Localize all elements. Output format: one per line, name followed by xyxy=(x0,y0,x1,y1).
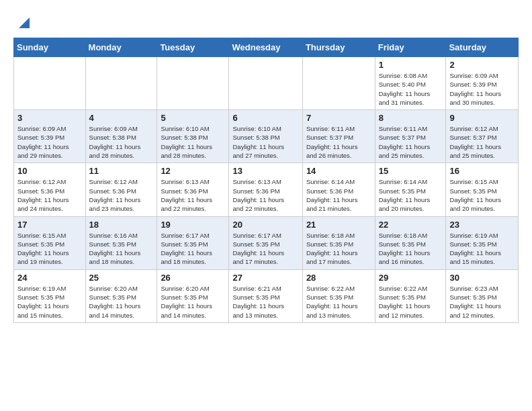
day-number: 19 xyxy=(161,220,225,230)
day-info: Sunrise: 6:12 AM Sunset: 5:36 PM Dayligh… xyxy=(17,177,82,213)
calendar-cell: 9Sunrise: 6:12 AM Sunset: 5:37 PM Daylig… xyxy=(446,110,519,163)
calendar-day-header: Wednesday xyxy=(229,38,302,57)
calendar-cell: 11Sunrise: 6:12 AM Sunset: 5:36 PM Dayli… xyxy=(85,163,157,216)
day-info: Sunrise: 6:10 AM Sunset: 5:38 PM Dayligh… xyxy=(232,124,298,160)
calendar-cell: 27Sunrise: 6:21 AM Sunset: 5:35 PM Dayli… xyxy=(229,269,302,322)
calendar-day-header: Saturday xyxy=(446,38,519,57)
day-info: Sunrise: 6:22 AM Sunset: 5:35 PM Dayligh… xyxy=(379,284,443,320)
calendar-cell xyxy=(85,57,157,110)
day-number: 8 xyxy=(379,113,443,123)
header xyxy=(13,13,519,31)
calendar-table: SundayMondayTuesdayWednesdayThursdayFrid… xyxy=(13,38,519,323)
day-number: 28 xyxy=(306,273,371,283)
svg-marker-0 xyxy=(19,17,30,28)
calendar-cell: 20Sunrise: 6:17 AM Sunset: 5:35 PM Dayli… xyxy=(229,216,302,269)
calendar-week-row: 1Sunrise: 6:08 AM Sunset: 5:40 PM Daylig… xyxy=(14,57,519,110)
day-info: Sunrise: 6:19 AM Sunset: 5:35 PM Dayligh… xyxy=(449,231,515,267)
day-info: Sunrise: 6:18 AM Sunset: 5:35 PM Dayligh… xyxy=(306,231,371,267)
day-info: Sunrise: 6:09 AM Sunset: 5:39 PM Dayligh… xyxy=(449,71,515,107)
day-info: Sunrise: 6:22 AM Sunset: 5:35 PM Dayligh… xyxy=(306,284,371,320)
day-info: Sunrise: 6:11 AM Sunset: 5:37 PM Dayligh… xyxy=(379,124,443,160)
calendar-day-header: Friday xyxy=(375,38,446,57)
page: SundayMondayTuesdayWednesdayThursdayFrid… xyxy=(0,0,532,330)
day-number: 7 xyxy=(306,113,371,123)
day-info: Sunrise: 6:12 AM Sunset: 5:37 PM Dayligh… xyxy=(449,124,515,160)
calendar-cell: 1Sunrise: 6:08 AM Sunset: 5:40 PM Daylig… xyxy=(375,57,446,110)
calendar-cell: 17Sunrise: 6:15 AM Sunset: 5:35 PM Dayli… xyxy=(14,216,86,269)
day-number: 4 xyxy=(89,113,154,123)
day-info: Sunrise: 6:21 AM Sunset: 5:35 PM Dayligh… xyxy=(232,284,298,320)
day-info: Sunrise: 6:09 AM Sunset: 5:38 PM Dayligh… xyxy=(89,124,154,160)
day-number: 15 xyxy=(379,166,443,176)
day-number: 24 xyxy=(17,273,82,283)
day-info: Sunrise: 6:14 AM Sunset: 5:35 PM Dayligh… xyxy=(379,177,443,213)
day-number: 17 xyxy=(17,220,82,230)
day-number: 26 xyxy=(161,273,225,283)
calendar-cell: 26Sunrise: 6:20 AM Sunset: 5:35 PM Dayli… xyxy=(157,269,229,322)
day-info: Sunrise: 6:10 AM Sunset: 5:38 PM Dayligh… xyxy=(161,124,225,160)
calendar-day-header: Thursday xyxy=(302,38,375,57)
calendar-cell: 4Sunrise: 6:09 AM Sunset: 5:38 PM Daylig… xyxy=(85,110,157,163)
day-number: 21 xyxy=(306,220,371,230)
calendar-cell: 12Sunrise: 6:13 AM Sunset: 5:36 PM Dayli… xyxy=(157,163,229,216)
day-number: 18 xyxy=(89,220,154,230)
day-number: 20 xyxy=(232,220,298,230)
day-info: Sunrise: 6:19 AM Sunset: 5:35 PM Dayligh… xyxy=(17,284,82,320)
day-number: 25 xyxy=(89,273,154,283)
day-number: 1 xyxy=(379,60,443,70)
day-info: Sunrise: 6:20 AM Sunset: 5:35 PM Dayligh… xyxy=(89,284,154,320)
day-info: Sunrise: 6:17 AM Sunset: 5:35 PM Dayligh… xyxy=(161,231,225,267)
calendar-cell: 30Sunrise: 6:23 AM Sunset: 5:35 PM Dayli… xyxy=(446,269,519,322)
day-number: 11 xyxy=(89,166,154,176)
calendar-cell: 21Sunrise: 6:18 AM Sunset: 5:35 PM Dayli… xyxy=(302,216,375,269)
calendar-week-row: 3Sunrise: 6:09 AM Sunset: 5:39 PM Daylig… xyxy=(14,110,519,163)
calendar-week-row: 17Sunrise: 6:15 AM Sunset: 5:35 PM Dayli… xyxy=(14,216,519,269)
day-info: Sunrise: 6:17 AM Sunset: 5:35 PM Dayligh… xyxy=(232,231,298,267)
calendar-week-row: 24Sunrise: 6:19 AM Sunset: 5:35 PM Dayli… xyxy=(14,269,519,322)
calendar-cell xyxy=(229,57,302,110)
calendar-cell: 6Sunrise: 6:10 AM Sunset: 5:38 PM Daylig… xyxy=(229,110,302,163)
logo-icon xyxy=(15,13,34,32)
calendar-cell: 23Sunrise: 6:19 AM Sunset: 5:35 PM Dayli… xyxy=(446,216,519,269)
calendar-cell xyxy=(302,57,375,110)
day-info: Sunrise: 6:15 AM Sunset: 5:35 PM Dayligh… xyxy=(449,177,515,213)
calendar-cell: 22Sunrise: 6:18 AM Sunset: 5:35 PM Dayli… xyxy=(375,216,446,269)
calendar-cell: 28Sunrise: 6:22 AM Sunset: 5:35 PM Dayli… xyxy=(302,269,375,322)
day-info: Sunrise: 6:13 AM Sunset: 5:36 PM Dayligh… xyxy=(161,177,225,213)
calendar-cell: 10Sunrise: 6:12 AM Sunset: 5:36 PM Dayli… xyxy=(14,163,86,216)
calendar-cell: 19Sunrise: 6:17 AM Sunset: 5:35 PM Dayli… xyxy=(157,216,229,269)
day-info: Sunrise: 6:14 AM Sunset: 5:36 PM Dayligh… xyxy=(306,177,371,213)
day-number: 3 xyxy=(17,113,82,123)
day-info: Sunrise: 6:08 AM Sunset: 5:40 PM Dayligh… xyxy=(379,71,443,107)
day-info: Sunrise: 6:20 AM Sunset: 5:35 PM Dayligh… xyxy=(161,284,225,320)
day-number: 29 xyxy=(379,273,443,283)
day-number: 9 xyxy=(449,113,515,123)
day-number: 30 xyxy=(449,273,515,283)
day-number: 23 xyxy=(449,220,515,230)
day-number: 27 xyxy=(232,273,298,283)
day-number: 6 xyxy=(232,113,298,123)
day-info: Sunrise: 6:18 AM Sunset: 5:35 PM Dayligh… xyxy=(379,231,443,267)
day-info: Sunrise: 6:09 AM Sunset: 5:39 PM Dayligh… xyxy=(17,124,82,160)
calendar-cell: 13Sunrise: 6:13 AM Sunset: 5:36 PM Dayli… xyxy=(229,163,302,216)
calendar-cell xyxy=(157,57,229,110)
calendar-cell: 3Sunrise: 6:09 AM Sunset: 5:39 PM Daylig… xyxy=(14,110,86,163)
day-number: 10 xyxy=(17,166,82,176)
calendar-day-header: Sunday xyxy=(14,38,86,57)
calendar-cell: 25Sunrise: 6:20 AM Sunset: 5:35 PM Dayli… xyxy=(85,269,157,322)
calendar-header-row: SundayMondayTuesdayWednesdayThursdayFrid… xyxy=(14,38,519,57)
calendar-cell: 29Sunrise: 6:22 AM Sunset: 5:35 PM Dayli… xyxy=(375,269,446,322)
day-info: Sunrise: 6:16 AM Sunset: 5:35 PM Dayligh… xyxy=(89,231,154,267)
calendar-cell xyxy=(14,57,86,110)
day-number: 12 xyxy=(161,166,225,176)
calendar-cell: 7Sunrise: 6:11 AM Sunset: 5:37 PM Daylig… xyxy=(302,110,375,163)
logo xyxy=(13,13,34,31)
day-number: 22 xyxy=(379,220,443,230)
calendar-cell: 18Sunrise: 6:16 AM Sunset: 5:35 PM Dayli… xyxy=(85,216,157,269)
calendar-cell: 24Sunrise: 6:19 AM Sunset: 5:35 PM Dayli… xyxy=(14,269,86,322)
day-number: 5 xyxy=(161,113,225,123)
calendar-cell: 5Sunrise: 6:10 AM Sunset: 5:38 PM Daylig… xyxy=(157,110,229,163)
calendar-cell: 2Sunrise: 6:09 AM Sunset: 5:39 PM Daylig… xyxy=(446,57,519,110)
calendar-cell: 15Sunrise: 6:14 AM Sunset: 5:35 PM Dayli… xyxy=(375,163,446,216)
day-number: 2 xyxy=(449,60,515,70)
